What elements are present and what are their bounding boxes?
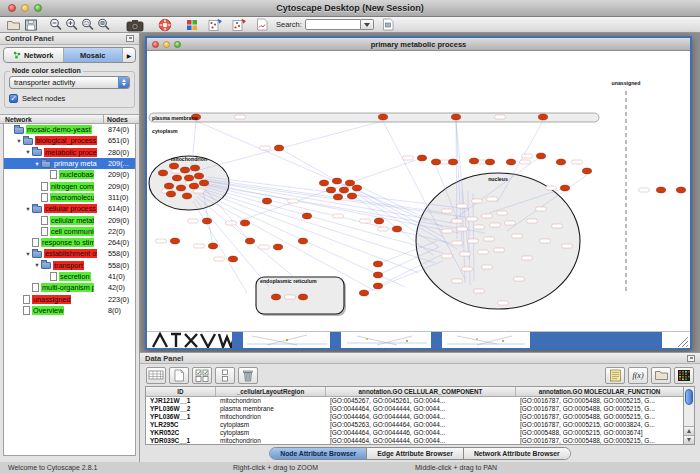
tab-node-attribute-browser[interactable]: Node Attribute Browser: [270, 448, 367, 459]
tree-row[interactable]: macromolecule311(0): [4, 192, 135, 203]
zoom-window-button[interactable]: [34, 4, 42, 12]
network-node[interactable]: [582, 168, 591, 174]
zoom-in-icon[interactable]: [64, 18, 80, 32]
network-node[interactable]: [245, 238, 254, 244]
tab-network-attribute-browser[interactable]: Network Attribute Browser: [464, 448, 570, 459]
network-node[interactable]: [656, 187, 665, 193]
tree-row[interactable]: ▼cellular process614(0): [4, 203, 135, 214]
network-node[interactable]: [182, 193, 191, 199]
tab-edge-attribute-browser[interactable]: Edge Attribute Browser: [367, 448, 464, 459]
network-node[interactable]: [176, 185, 185, 191]
zoom-fit-icon[interactable]: [96, 18, 112, 32]
network-node[interactable]: [190, 165, 199, 171]
table-row[interactable]: YJR121W__1mitochondrion[GO:0045267, GO:0…: [146, 397, 683, 405]
network-node[interactable]: [333, 194, 342, 200]
network-node[interactable]: [189, 183, 198, 189]
tab-network[interactable]: Network: [4, 48, 64, 62]
open-file-icon[interactable]: [4, 18, 22, 32]
tree-row[interactable]: mosaic-demo-yeast874(0): [4, 124, 135, 135]
network-node[interactable]: [298, 238, 307, 244]
expand-arrow-icon[interactable]: ▼: [24, 149, 32, 155]
tree-row[interactable]: nitrogen compo209(0): [4, 180, 135, 191]
network-node[interactable]: [240, 220, 249, 226]
zoom-selected-icon[interactable]: [80, 18, 96, 32]
network-node[interactable]: [158, 170, 167, 176]
network-node[interactable]: [274, 145, 283, 151]
expand-arrow-icon[interactable]: ▼: [33, 161, 41, 167]
tree-row[interactable]: ▼establishment of lo558(0): [4, 248, 135, 259]
network-node[interactable]: [172, 175, 181, 181]
frame-minimize-button[interactable]: [163, 41, 170, 48]
column-header-region[interactable]: _cellularLayoutRegion: [216, 387, 326, 396]
network-view-titlebar[interactable]: primary metabolic process: [147, 38, 690, 51]
tree-row[interactable]: ▼transport558(0): [4, 260, 135, 271]
network-node[interactable]: [202, 218, 211, 224]
network-node[interactable]: [326, 187, 335, 193]
network-node[interactable]: [417, 155, 426, 161]
network-node[interactable]: [262, 198, 271, 204]
scrollbar-thumb[interactable]: [685, 389, 693, 405]
network-node[interactable]: [194, 173, 203, 179]
expand-arrow-icon[interactable]: ▼: [33, 262, 41, 268]
zoom-out-icon[interactable]: [48, 18, 64, 32]
tree-row[interactable]: multi-organism pro42(0): [4, 282, 135, 293]
network-node[interactable]: [373, 261, 382, 267]
select-attributes-icon[interactable]: [146, 367, 166, 384]
node-color-dropdown[interactable]: transporter activity: [9, 76, 130, 89]
network-canvas[interactable]: plasma membranecytoplasmmitochondrionnuc…: [147, 51, 690, 331]
heatmap-icon[interactable]: [674, 367, 694, 384]
annotation-icon[interactable]: [254, 18, 270, 32]
close-button[interactable]: [8, 4, 16, 12]
frame-close-button[interactable]: [152, 41, 159, 48]
network-node[interactable]: [273, 244, 282, 250]
network-node[interactable]: [556, 159, 565, 165]
tree-row[interactable]: ▼biological_process651(0): [4, 135, 135, 146]
network-node[interactable]: [208, 243, 217, 249]
tree-row[interactable]: ▼primary metabo209(...: [4, 158, 135, 169]
network-node[interactable]: [373, 283, 382, 289]
network-node[interactable]: [536, 153, 545, 159]
network-node[interactable]: [359, 290, 368, 296]
tab-mosaic[interactable]: Mosaic: [64, 48, 124, 62]
network-node[interactable]: [373, 272, 382, 278]
network-node[interactable]: [228, 256, 237, 262]
tree-row[interactable]: nucleobase-209(0): [4, 169, 135, 180]
scroll-down-icon[interactable]: [684, 435, 694, 444]
network-node[interactable]: [448, 159, 457, 165]
tree-header-network[interactable]: Network: [5, 116, 32, 123]
attribute-list-icon[interactable]: [215, 367, 235, 384]
table-row[interactable]: YKR052Ccytoplasm[GO:0044464, GO:0044446,…: [146, 429, 683, 437]
table-row[interactable]: YLR295Ccytoplasm[GO:0045263, GO:0044464,…: [146, 421, 683, 429]
select-nodes-checkbox[interactable]: ✓: [9, 94, 18, 103]
network-node[interactable]: [332, 178, 341, 184]
network-node[interactable]: [560, 185, 569, 191]
network-node[interactable]: [352, 185, 361, 191]
network-node[interactable]: [347, 193, 356, 199]
column-header-molecular-function[interactable]: annotation.GO MOLECULAR_FUNCTION: [516, 387, 683, 396]
network-node[interactable]: [451, 114, 460, 120]
network-node[interactable]: [345, 180, 354, 186]
import-table-icon[interactable]: [605, 367, 625, 384]
tree-row[interactable]: cellular metabo209(0): [4, 214, 135, 225]
network-view-window[interactable]: primary metabolic process plasma membran…: [145, 36, 692, 350]
attribute-checklist-icon[interactable]: [192, 367, 212, 384]
network-node[interactable]: [339, 187, 348, 193]
snapshot-camera-icon[interactable]: [124, 18, 146, 32]
network-node[interactable]: [169, 163, 178, 169]
network-node[interactable]: [431, 159, 440, 165]
table-row[interactable]: YPL036W__1mitochondrion[GO:0044464, GO:0…: [146, 413, 683, 421]
network-node[interactable]: [538, 114, 547, 120]
search-config-icon[interactable]: [380, 18, 396, 32]
search-input[interactable]: [305, 19, 361, 30]
network-node[interactable]: [392, 226, 401, 232]
expand-arrow-icon[interactable]: ▼: [24, 251, 32, 257]
frame-zoom-button[interactable]: [174, 41, 181, 48]
tree-row[interactable]: response to stimulu264(0): [4, 237, 135, 248]
network-node[interactable]: [166, 191, 175, 197]
network-node[interactable]: [469, 158, 478, 164]
network-node[interactable]: [378, 114, 387, 120]
table-row[interactable]: YPL036W__2plasma membrane[GO:0044464, GO…: [146, 405, 683, 413]
expand-arrow-icon[interactable]: ▼: [15, 138, 23, 144]
tree-row[interactable]: Overview8(0): [4, 305, 135, 316]
network-node[interactable]: [271, 294, 280, 300]
